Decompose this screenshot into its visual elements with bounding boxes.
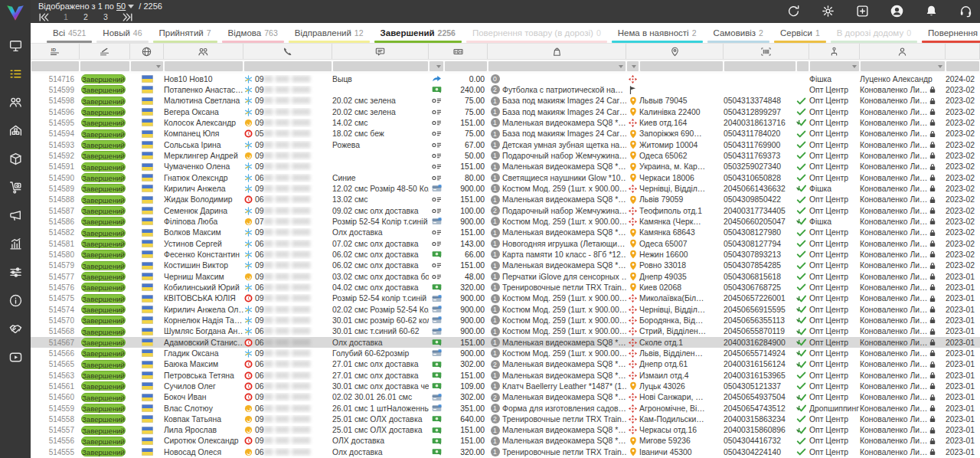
filter-input-2[interactable] (131, 61, 163, 71)
tab-4[interactable]: Відправлений12 (286, 23, 372, 43)
filter-dropdown-icon[interactable] (436, 65, 441, 68)
table-row[interactable]: 514599ЗавершенийПотапенко Анастас…0900 0… (31, 84, 980, 95)
table-row[interactable]: 514555ЗавершенийНовосад Олеся0600 000 00… (31, 447, 980, 457)
filter-input-3[interactable] (165, 61, 243, 71)
tab-8[interactable]: Самовивіз2 (705, 23, 772, 43)
tab-3[interactable]: Відмова763 (220, 23, 286, 43)
partners-icon[interactable] (8, 321, 23, 336)
statistics-icon[interactable] (8, 236, 23, 251)
table-row[interactable]: 514596ЗавершенийВегера Оксана0900 000 00… (31, 106, 980, 117)
filter-input-13[interactable] (810, 61, 859, 71)
orders-list-icon[interactable] (8, 66, 23, 81)
phone-icon[interactable] (243, 44, 332, 59)
id-icon[interactable]: ID (31, 44, 80, 59)
tab-6[interactable]: Повернення товару (в дорозі)0 (464, 23, 609, 43)
table-row[interactable]: 514560ЗавершенийБокоч Иван0900 000 00000… (31, 392, 980, 403)
table-row[interactable]: 514594ЗавершенийКомпанец Юля0500 000 000… (31, 129, 980, 139)
status-icon[interactable] (80, 44, 130, 59)
profile-icon[interactable] (888, 2, 905, 19)
tab-0[interactable]: Всі4521 (44, 23, 94, 43)
table-row[interactable]: 514586ЗавершенийФіліпова Люба0700 000 00… (31, 216, 980, 227)
page-1-button[interactable]: 1 (63, 12, 69, 21)
page-size-select[interactable]: 50 (116, 2, 126, 11)
tab-5[interactable]: Завершений2256 (372, 23, 464, 43)
filter-dropdown-icon[interactable] (619, 65, 623, 68)
support-icon[interactable] (957, 2, 974, 19)
tab-7[interactable]: Нема в наявності2 (609, 23, 705, 43)
globe-icon[interactable] (130, 44, 164, 59)
table-row[interactable]: 514575ЗавершенийКВІТОВСЬКА ЮЛІЯ0900 000 … (31, 293, 980, 304)
video-icon[interactable] (8, 349, 23, 365)
filter-dropdown-icon[interactable] (852, 65, 857, 68)
table-row[interactable]: 514581ЗавершенийУстинов Сергей0600 000 0… (31, 238, 980, 249)
filter-input-14[interactable] (861, 61, 945, 71)
tab-9[interactable]: Сервіси1 (772, 23, 828, 43)
filter-input-5[interactable] (333, 61, 428, 71)
pin-icon[interactable] (626, 44, 724, 59)
add-order-icon[interactable] (854, 2, 871, 19)
last-page-button[interactable] (122, 13, 133, 21)
filter-dropdown-icon[interactable] (156, 65, 161, 68)
filter-input-9[interactable] (627, 61, 639, 71)
table-row[interactable]: 514577ЗавершенийЧерниш Максим0900 000 00… (31, 271, 980, 282)
table-row[interactable]: 514716ЗавершенийНов10 Нов100900 000 0000… (31, 74, 980, 84)
tab-10[interactable]: В дорозі додому0 (828, 23, 920, 43)
tree-icon[interactable] (809, 44, 860, 59)
table-row[interactable]: 514588ЗавершенийЖидак Володимир0600 000 … (31, 195, 980, 205)
notifications-icon[interactable] (923, 2, 939, 19)
table-row[interactable]: 514576ЗавершенийКобилинський Юрий0600 00… (31, 282, 980, 293)
table-row[interactable]: 514598ЗавершенийМалютина Светлана0900 00… (31, 96, 980, 106)
sliders-icon[interactable] (8, 264, 23, 280)
tab-2[interactable]: Прийнятий7 (151, 23, 220, 43)
filter-dropdown-icon[interactable] (938, 65, 942, 68)
page-3-button[interactable]: 3 (103, 12, 109, 21)
table-row[interactable]: 514579ЗавершенийКостишин Виктор0900 000 … (31, 260, 980, 271)
filter-input-15[interactable] (946, 61, 979, 71)
table-row[interactable]: 514574ЗавершенийКирилич Анжела Ол…0900 0… (31, 304, 980, 315)
table-row[interactable]: 514582ЗавершенийВолков Максим0900 000 00… (31, 227, 980, 238)
table-row[interactable]: 514595ЗавершенийКолосок Александр0900 00… (31, 117, 980, 128)
filter-input-12[interactable] (797, 61, 808, 71)
filter-input-1[interactable] (80, 61, 129, 71)
table-row[interactable]: 514580ЗавершенийФесенко Константин0600 0… (31, 249, 980, 260)
page-2-button[interactable]: 2 (83, 12, 89, 21)
info-icon[interactable] (8, 293, 23, 308)
bag-icon[interactable] (488, 44, 626, 59)
warehouse-icon[interactable] (8, 123, 23, 138)
money-icon[interactable] (429, 44, 488, 59)
filter-input-0[interactable] (31, 61, 79, 71)
filter-dropdown-icon[interactable] (632, 65, 636, 68)
clients-icon[interactable] (164, 44, 243, 59)
table-row[interactable]: 514558ЗавершенийКовпак Татьяна0900 000 0… (31, 414, 980, 424)
table-row[interactable]: 514568ЗавершенийШумляс Богдана Ан…0600 0… (31, 326, 980, 337)
table-row[interactable]: 514565ЗавершенийБаюка Максим0600 000 000… (31, 359, 980, 370)
settings-icon[interactable] (819, 2, 836, 19)
table-row[interactable]: 514567ЗавершенийАдамовский Станис…0600 0… (31, 337, 980, 348)
tab-1[interactable]: Новый46 (94, 23, 150, 43)
table-row[interactable]: 514561ЗавершенийСучилов Олег0600 000 000… (31, 381, 980, 391)
filter-input-4[interactable] (244, 61, 332, 71)
table-row[interactable]: 514593ЗавершенийСольська Ірина0900 000 0… (31, 139, 980, 150)
filter-input-11[interactable] (724, 61, 795, 71)
tab-11[interactable]: Повернення (завершений)125 (920, 23, 980, 43)
table-row[interactable]: 514557ЗавершенийЛила Ярослав0900 000 000… (31, 425, 980, 436)
filter-input-8[interactable] (488, 61, 626, 71)
clients-icon[interactable] (8, 94, 23, 110)
marketing-icon[interactable] (8, 208, 23, 223)
table-row[interactable]: 514591ЗавершенийЧумаченко Олена0900 000 … (31, 162, 980, 172)
barcode-icon[interactable] (724, 44, 809, 59)
filter-input-7[interactable] (445, 61, 487, 71)
filter-input-6[interactable] (430, 61, 443, 71)
table-row[interactable]: 514590ЗавершенийГнатюк Олексндр0600 000 … (31, 172, 980, 183)
table-row[interactable]: 514570ЗавершенийКорнелюк Надія Та…0900 0… (31, 315, 980, 326)
date-column-header[interactable] (946, 44, 980, 59)
person-icon[interactable] (860, 44, 946, 59)
comment-icon[interactable] (332, 44, 429, 59)
monitor-icon[interactable] (8, 38, 23, 53)
purchases-icon[interactable] (8, 179, 23, 195)
table-row[interactable]: 514587ЗавершенийСеменюк Дарина0900 000 0… (31, 205, 980, 216)
table-row[interactable]: 514589ЗавершенийКирилич Анжела0900 000 0… (31, 183, 980, 194)
refresh-icon[interactable] (785, 2, 802, 19)
products-icon[interactable] (8, 151, 23, 166)
table-row[interactable]: 514592ЗавершенийМерклингер Андрей0900 00… (31, 150, 980, 161)
